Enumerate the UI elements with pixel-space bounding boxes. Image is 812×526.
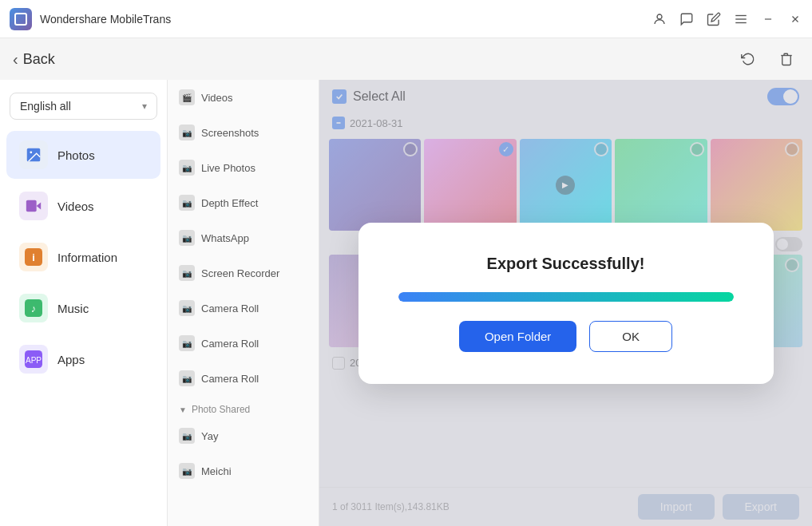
- dropdown-label: English all: [20, 100, 71, 113]
- music-icon: ♪: [19, 294, 48, 322]
- middle-label-cameraroll1: Camera Roll: [201, 303, 259, 314]
- middle-videos-icon: 🎬: [179, 89, 195, 105]
- middle-cameraroll2-icon: 📷: [179, 335, 195, 351]
- nav-bar-right: [735, 46, 799, 72]
- section-arrow-icon: ▼: [179, 405, 187, 414]
- close-button[interactable]: [788, 12, 802, 26]
- delete-button[interactable]: [774, 46, 799, 72]
- ok-button[interactable]: OK: [589, 321, 672, 352]
- middle-label-screenrecorder: Screen Recorder: [201, 267, 279, 279]
- middle-item-screenshots[interactable]: 📷 Screenshots: [168, 115, 319, 150]
- sidebar-item-information[interactable]: i Information: [6, 233, 160, 281]
- middle-item-videos[interactable]: 🎬 Videos: [168, 80, 319, 115]
- refresh-button[interactable]: [735, 46, 761, 72]
- svg-text:♪: ♪: [31, 303, 36, 314]
- content-area: English all ▾ Photos: [0, 80, 812, 526]
- language-dropdown[interactable]: English all ▾: [10, 93, 157, 120]
- middle-item-livephotos[interactable]: 📷 Live Photos: [168, 150, 319, 185]
- sidebar-item-apps[interactable]: APP Apps: [6, 335, 160, 383]
- sidebar-label-information: Information: [57, 251, 117, 264]
- app-logo: [10, 8, 32, 30]
- middle-screenrecorder-icon: 📷: [179, 265, 195, 281]
- photo-shared-label: Photo Shared: [192, 404, 250, 415]
- back-button[interactable]: ‹ Back: [13, 50, 55, 69]
- back-arrow-icon: ‹: [13, 50, 18, 69]
- back-label: Back: [23, 51, 55, 68]
- middle-panel: 🎬 Videos 📷 Screenshots 📷 Live Photos 📷 D…: [168, 80, 319, 526]
- photos-icon: [19, 140, 48, 169]
- middle-item-cameraroll2[interactable]: 📷 Camera Roll: [168, 326, 319, 361]
- sidebar: English all ▾ Photos: [0, 80, 168, 526]
- middle-item-whatsapp[interactable]: 📷 WhatsApp: [168, 220, 319, 255]
- main-container: ‹ Back English all ▾: [0, 38, 812, 526]
- account-icon[interactable]: [652, 12, 667, 26]
- app-logo-inner: [14, 13, 27, 26]
- videos-icon: [19, 192, 48, 220]
- svg-text:i: i: [32, 251, 35, 263]
- dropdown-arrow-icon: ▾: [142, 101, 147, 112]
- app-title: Wondershare MobileTrans: [40, 13, 171, 26]
- middle-cameraroll3-icon: 📷: [179, 370, 195, 386]
- middle-label-deptheffect: Depth Effect: [201, 197, 258, 209]
- middle-yay-icon: 📷: [179, 428, 195, 444]
- sidebar-item-videos[interactable]: Videos: [6, 182, 160, 230]
- edit-icon[interactable]: [707, 12, 721, 26]
- title-bar: Wondershare MobileTrans: [0, 0, 812, 38]
- sidebar-label-music: Music: [57, 302, 89, 315]
- nav-bar: ‹ Back: [0, 38, 812, 80]
- middle-item-meichi[interactable]: 📷 Meichi: [168, 453, 319, 488]
- title-bar-left: Wondershare MobileTrans: [10, 8, 171, 30]
- minimize-button[interactable]: [761, 12, 775, 26]
- middle-item-cameraroll3[interactable]: 📷 Camera Roll: [168, 361, 319, 396]
- middle-item-deptheffect[interactable]: 📷 Depth Effect: [168, 185, 319, 220]
- sidebar-label-photos: Photos: [57, 148, 95, 162]
- middle-item-yay[interactable]: 📷 Yay: [168, 418, 319, 453]
- middle-label-screenshots: Screenshots: [201, 127, 259, 139]
- right-content: Select All 2021-08-31: [319, 80, 812, 526]
- sidebar-item-music[interactable]: ♪ Music: [6, 284, 160, 332]
- middle-livephotos-icon: 📷: [179, 160, 195, 176]
- apps-icon: APP: [19, 345, 48, 374]
- middle-whatsapp-icon: 📷: [179, 230, 195, 246]
- middle-label-videos: Videos: [201, 92, 233, 104]
- progress-bar-container: [398, 292, 734, 302]
- middle-label-yay: Yay: [201, 430, 218, 442]
- middle-screenshots-icon: 📷: [179, 125, 195, 140]
- middle-label-cameraroll3: Camera Roll: [201, 373, 259, 385]
- middle-label-livephotos: Live Photos: [201, 162, 255, 174]
- sidebar-item-photos[interactable]: Photos: [6, 131, 160, 179]
- middle-item-screenrecorder[interactable]: 📷 Screen Recorder: [168, 255, 319, 291]
- sidebar-label-apps: Apps: [57, 353, 85, 366]
- middle-label-meichi: Meichi: [201, 465, 232, 477]
- modal-title: Export Successfully!: [487, 255, 645, 273]
- svg-point-0: [657, 14, 662, 19]
- svg-text:APP: APP: [26, 356, 42, 365]
- modal-overlay: Export Successfully! Open Folder OK: [319, 80, 812, 526]
- modal-buttons: Open Folder OK: [459, 321, 672, 352]
- svg-marker-10: [37, 202, 41, 209]
- menu-icon[interactable]: [734, 12, 748, 26]
- export-success-modal: Export Successfully! Open Folder OK: [358, 223, 774, 384]
- open-folder-button[interactable]: Open Folder: [459, 321, 576, 352]
- middle-item-cameraroll1[interactable]: 📷 Camera Roll: [168, 291, 319, 326]
- title-bar-controls: [652, 12, 802, 26]
- chat-icon[interactable]: [679, 12, 694, 26]
- photo-shared-section[interactable]: ▼ Photo Shared: [168, 396, 319, 418]
- progress-bar-fill: [398, 292, 734, 302]
- middle-label-whatsapp: WhatsApp: [201, 232, 249, 244]
- middle-deptheffect-icon: 📷: [179, 195, 195, 211]
- middle-cameraroll1-icon: 📷: [179, 300, 195, 316]
- middle-label-cameraroll2: Camera Roll: [201, 338, 259, 350]
- middle-meichi-icon: 📷: [179, 463, 195, 479]
- information-icon: i: [19, 243, 48, 271]
- svg-point-8: [30, 151, 32, 153]
- sidebar-label-videos: Videos: [57, 200, 94, 213]
- svg-rect-9: [26, 200, 37, 212]
